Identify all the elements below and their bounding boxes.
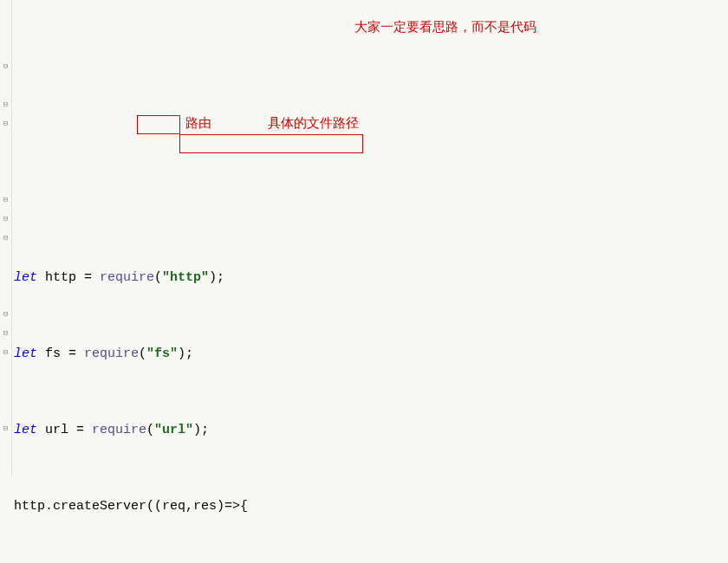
code-editor: ⊟ ⊟ ⊟ ⊟ ⊟ ⊟ ⊟ ⊟ ⊟ ⊟ 大家一定要看思路，而不是代码 路由 具体… [0, 0, 728, 563]
redbox-filepath [179, 134, 363, 153]
annotation-top: 大家一定要看思路，而不是代码 [354, 17, 536, 36]
code-line: let http = require("http"); [14, 269, 728, 288]
annotation-route: 路由 [185, 113, 211, 133]
redbox-route [137, 115, 180, 134]
annotation-filepath: 具体的文件路径 [268, 113, 359, 133]
code-line: http.createServer((req,res)=>{ [14, 497, 728, 516]
fold-gutter: ⊟ ⊟ ⊟ ⊟ ⊟ ⊟ ⊟ ⊟ ⊟ ⊟ [0, 0, 12, 563]
code-line: let fs = require("fs"); [14, 345, 728, 364]
code-area[interactable]: 大家一定要看思路，而不是代码 路由 具体的文件路径 let http = req… [12, 0, 728, 563]
code-line: let url = require("url"); [14, 421, 728, 440]
